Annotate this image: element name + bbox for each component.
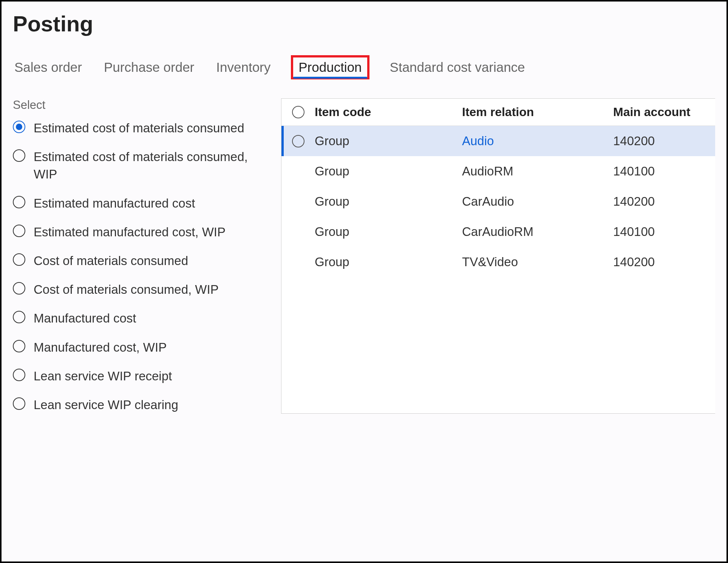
- grid-rows: GroupAudio140200GroupAudioRM140100GroupC…: [281, 126, 715, 277]
- radio-option[interactable]: Manufactured cost, WIP: [13, 339, 270, 356]
- radio-icon: [13, 340, 25, 352]
- content-area: Select Estimated cost of materials consu…: [13, 98, 715, 414]
- cell-main-account: 140100: [613, 225, 715, 239]
- cell-item-relation: CarAudioRM: [462, 225, 613, 239]
- radio-option[interactable]: Estimated cost of materials consumed: [13, 119, 270, 137]
- main-container: Posting Sales orderPurchase orderInvento…: [0, 0, 728, 563]
- radio-label: Lean service WIP clearing: [34, 396, 178, 414]
- cell-item-relation: TV&Video: [462, 255, 613, 269]
- tab-purchase-order[interactable]: Purchase order: [102, 57, 196, 78]
- radio-option[interactable]: Cost of materials consumed: [13, 252, 270, 270]
- radio-icon: [13, 225, 25, 237]
- radio-option[interactable]: Lean service WIP clearing: [13, 396, 270, 414]
- cell-item-code: Group: [315, 164, 462, 178]
- radio-list: Estimated cost of materials consumedEsti…: [13, 119, 270, 414]
- cell-item-relation: AudioRM: [462, 164, 613, 178]
- table-row[interactable]: GroupAudio140200: [281, 126, 715, 156]
- tabs: Sales orderPurchase orderInventoryProduc…: [13, 55, 715, 79]
- row-select-col: [281, 135, 315, 147]
- cell-item-code: Group: [315, 194, 462, 209]
- grid-panel: Item code Item relation Main account Gro…: [281, 98, 715, 414]
- radio-icon: [13, 397, 25, 410]
- radio-label: Cost of materials consumed, WIP: [34, 281, 219, 298]
- page-title: Posting: [13, 11, 715, 36]
- radio-icon: [13, 253, 25, 266]
- radio-label: Estimated manufactured cost: [34, 195, 195, 212]
- select-label: Select: [13, 98, 270, 112]
- radio-label: Cost of materials consumed: [34, 252, 188, 270]
- cell-item-code: Group: [315, 134, 462, 148]
- radio-option[interactable]: Lean service WIP receipt: [13, 368, 270, 385]
- select-panel: Select Estimated cost of materials consu…: [13, 98, 270, 414]
- cell-main-account: 140200: [613, 194, 715, 209]
- radio-label: Lean service WIP receipt: [34, 368, 172, 385]
- table-row[interactable]: GroupAudioRM140100: [281, 156, 715, 186]
- radio-icon: [13, 121, 25, 133]
- radio-label: Manufactured cost: [34, 310, 136, 327]
- radio-label: Estimated cost of materials consumed: [34, 119, 244, 137]
- cell-main-account: 140100: [613, 164, 715, 178]
- radio-label: Manufactured cost, WIP: [34, 339, 167, 356]
- cell-main-account: 140200: [613, 134, 715, 148]
- radio-icon: [13, 282, 25, 295]
- radio-option[interactable]: Estimated manufactured cost: [13, 195, 270, 212]
- cell-item-relation[interactable]: Audio: [462, 134, 613, 148]
- grid-header-row: Item code Item relation Main account: [281, 99, 715, 126]
- radio-icon: [13, 311, 25, 323]
- radio-icon: [13, 149, 25, 162]
- col-header-main-account[interactable]: Main account: [613, 105, 715, 119]
- radio-label: Estimated cost of materials consumed, WI…: [34, 148, 249, 183]
- radio-option[interactable]: Estimated cost of materials consumed, WI…: [13, 148, 270, 183]
- radio-option[interactable]: Estimated manufactured cost, WIP: [13, 223, 270, 241]
- cell-item-code: Group: [315, 225, 462, 239]
- table-row[interactable]: GroupCarAudio140200: [281, 186, 715, 217]
- cell-main-account: 140200: [613, 255, 715, 269]
- tab-production[interactable]: Production: [291, 55, 369, 79]
- table-row[interactable]: GroupCarAudioRM140100: [281, 217, 715, 247]
- radio-icon: [13, 196, 25, 208]
- select-all-radio[interactable]: [292, 106, 304, 118]
- tab-standard-cost-variance[interactable]: Standard cost variance: [388, 57, 527, 78]
- cell-item-relation: CarAudio: [462, 194, 613, 209]
- col-header-item-code[interactable]: Item code: [315, 105, 462, 119]
- table-row[interactable]: GroupTV&Video140200: [281, 247, 715, 277]
- col-header-item-relation[interactable]: Item relation: [462, 105, 613, 119]
- cell-item-code: Group: [315, 255, 462, 269]
- radio-icon: [13, 369, 25, 381]
- tab-inventory[interactable]: Inventory: [215, 57, 272, 78]
- radio-option[interactable]: Cost of materials consumed, WIP: [13, 281, 270, 298]
- radio-option[interactable]: Manufactured cost: [13, 310, 270, 327]
- grid-header-select-col: [281, 106, 315, 118]
- radio-label: Estimated manufactured cost, WIP: [34, 223, 226, 241]
- tab-sales-order[interactable]: Sales order: [13, 57, 83, 78]
- row-radio[interactable]: [292, 135, 304, 147]
